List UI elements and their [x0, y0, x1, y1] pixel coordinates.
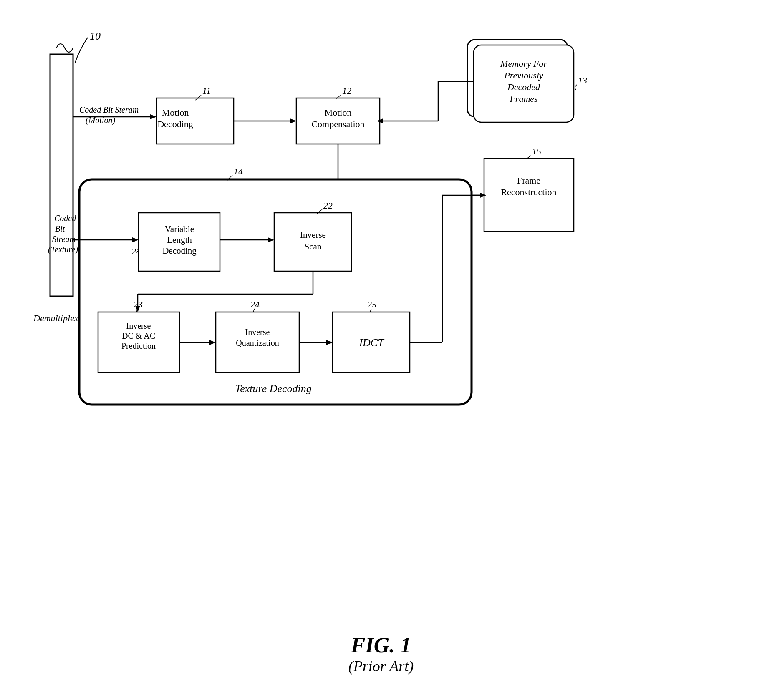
- idct-text: IDCT: [358, 337, 384, 349]
- memory-text3: Decoded: [507, 82, 540, 92]
- ref15-label: 15: [532, 146, 541, 156]
- arrowhead-demux-motion: [150, 114, 156, 119]
- frame-recon-text1: Frame: [517, 175, 540, 186]
- ref12-label: 12: [342, 86, 351, 96]
- demultiplexer-box: [50, 54, 73, 296]
- figure-subtitle: (Prior Art): [348, 657, 414, 675]
- coded-bit-stream-texture-label: Coded: [54, 214, 76, 223]
- vld-text1: Variable: [165, 224, 194, 234]
- memory-text4: Frames: [509, 93, 537, 104]
- vld-text2: Length: [167, 235, 192, 245]
- figure-title: FIG. 1: [348, 633, 414, 657]
- vld-text3: Decoding: [162, 246, 197, 256]
- coded-bit-stream-motion-label: Coded Bit Steram: [79, 105, 139, 114]
- ref13-label: 13: [578, 75, 587, 86]
- ref24-label: 24: [250, 299, 260, 310]
- demultiplexer-label: Demultiplexer: [33, 313, 86, 323]
- texture-decoding-label: Texture Decoding: [235, 383, 312, 395]
- ref23-label: 23: [134, 299, 143, 310]
- ref10-label: 10: [90, 30, 101, 42]
- memory-text2: Previously: [504, 70, 543, 81]
- coded-bit-stream-texture-label3: Stream: [52, 234, 76, 244]
- ref25-label: 25: [367, 299, 376, 310]
- arrowhead-motion-comp: [290, 118, 296, 123]
- inv-dc-ac-text3: Prediction: [121, 341, 156, 350]
- diagram-container: 10 Demultiplexer Coded Bit Steram (Motio…: [25, 17, 734, 476]
- coded-bit-stream-texture-label4: (Texture): [48, 245, 78, 254]
- inv-quant-text1: Inverse: [245, 327, 270, 337]
- inv-dc-ac-text1: Inverse: [126, 321, 151, 330]
- inv-dc-ac-text2: DC & AC: [122, 331, 155, 340]
- motion-decoding-text2: Decoding: [157, 119, 193, 129]
- inv-quant-text2: Quantization: [236, 338, 279, 347]
- frame-recon-text2: Reconstruction: [501, 187, 556, 197]
- motion-decoding-text1: Motion: [162, 107, 189, 118]
- inverse-scan-text1: Inverse: [300, 230, 326, 240]
- motion-compensation-text1: Motion: [325, 107, 352, 118]
- ref22-label: 22: [323, 200, 333, 211]
- figure-label: FIG. 1 (Prior Art): [348, 633, 414, 675]
- coded-bit-stream-texture-label2: Bit: [55, 224, 65, 233]
- inverse-scan-text2: Scan: [305, 242, 322, 252]
- motion-compensation-text2: Compensation: [311, 119, 364, 129]
- ref11-label: 11: [202, 86, 211, 96]
- ref14-label: 14: [234, 166, 243, 176]
- memory-text1: Memory For: [500, 58, 547, 69]
